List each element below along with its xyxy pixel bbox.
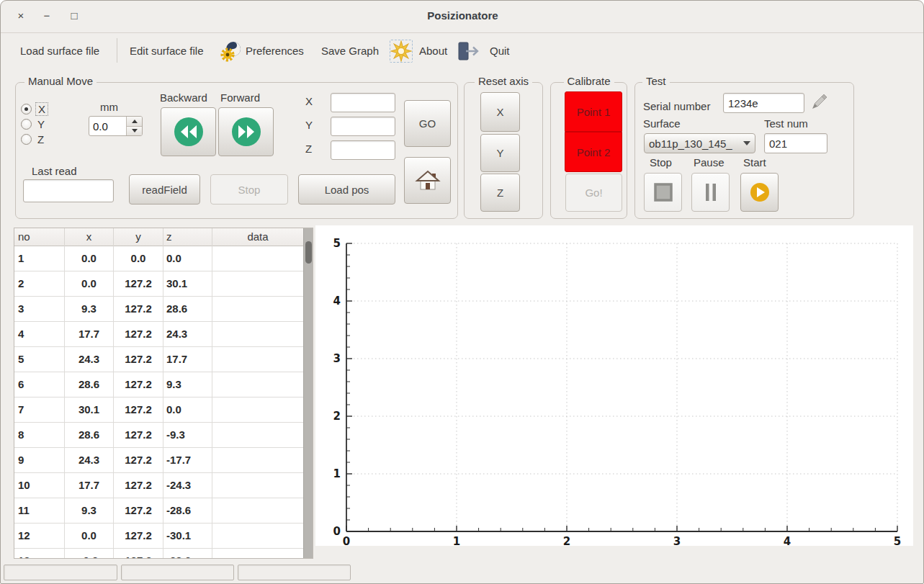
table-cell: [212, 448, 304, 473]
plot-ytick-label: 3: [333, 352, 341, 365]
table-cell: 127.2: [114, 524, 163, 549]
radio-circle[interactable]: [21, 134, 32, 145]
spin-up-icon[interactable]: [127, 117, 142, 127]
reset-y-button[interactable]: Y: [480, 134, 520, 172]
column-header-y[interactable]: y: [114, 228, 163, 246]
about-icon[interactable]: [390, 40, 413, 63]
preferences-icon[interactable]: [220, 40, 242, 62]
table-cell: [212, 423, 304, 448]
table-row[interactable]: 524.3127.217.7: [14, 347, 304, 372]
table-cell: -17.7: [163, 448, 212, 473]
table-cell: 5: [14, 347, 65, 372]
axis-radio-y[interactable]: Y: [21, 117, 45, 130]
test-stop-button[interactable]: [644, 173, 682, 212]
status-panel-2: [121, 565, 234, 580]
y-coord-field[interactable]: [331, 117, 395, 136]
forward-button[interactable]: [218, 107, 274, 156]
reset-z-button[interactable]: Z: [480, 174, 520, 212]
table-cell: 24.3: [65, 347, 114, 372]
save-graph-button[interactable]: Save Graph: [321, 40, 379, 62]
table-row[interactable]: 924.3127.2-17.7: [14, 448, 304, 473]
table-scrollbar-thumb[interactable]: [305, 241, 312, 264]
plot-xtick-label: 2: [563, 535, 570, 546]
mm-input[interactable]: [89, 117, 126, 135]
app-window: × − □ Posizionatore Load surface file Ed…: [0, 0, 924, 584]
table-cell: 127.2: [114, 397, 163, 423]
radio-circle[interactable]: [21, 119, 32, 130]
go-button[interactable]: GO: [404, 100, 451, 147]
calibrate-go-button[interactable]: Go!: [565, 174, 622, 212]
edit-serial-pencil-icon[interactable]: [808, 91, 828, 112]
plot-xtick-label: 1: [453, 535, 460, 546]
test-start-label: Start: [743, 156, 766, 169]
reset-axis-title: Reset axis: [475, 75, 532, 87]
table-cell: 127.2: [114, 448, 163, 473]
forward-label: Forward: [220, 91, 260, 104]
table-row[interactable]: 120.0127.2-30.1: [14, 524, 304, 549]
table-cell: 17.7: [163, 347, 212, 372]
table-cell: 24.3: [163, 322, 212, 347]
table-cell: 0.0: [114, 246, 163, 271]
load-pos-button[interactable]: Load pos: [298, 174, 395, 205]
radio-circle[interactable]: [21, 104, 32, 114]
table-row[interactable]: 13-9.3127.2-28.6: [14, 549, 304, 559]
manual-stop-button[interactable]: Stop: [210, 174, 288, 205]
column-header-x[interactable]: x: [65, 228, 114, 246]
table-row[interactable]: 730.1127.20.0: [14, 397, 304, 423]
table-cell: [212, 297, 304, 322]
table-row[interactable]: 417.7127.224.3: [14, 322, 304, 347]
table-cell: 30.1: [163, 271, 212, 297]
column-header-z[interactable]: z: [163, 228, 212, 246]
calibrate-point2-button[interactable]: Point 2: [565, 132, 622, 172]
calibrate-point1-button[interactable]: Point 1: [565, 91, 622, 132]
axis-radio-x[interactable]: X: [21, 102, 48, 115]
z-coord-field[interactable]: [331, 140, 395, 160]
read-field-button[interactable]: readField: [129, 174, 200, 205]
table-row[interactable]: 828.6127.2-9.3: [14, 423, 304, 448]
table-cell: -28.6: [163, 498, 212, 524]
backward-icon: [174, 117, 203, 146]
table-row[interactable]: 1017.7127.2-24.3: [14, 473, 304, 498]
test-num-field[interactable]: [764, 133, 827, 153]
quit-button[interactable]: Quit: [490, 40, 510, 62]
preferences-button[interactable]: Preferences: [246, 40, 304, 62]
table-row[interactable]: 628.6127.29.3: [14, 372, 304, 397]
load-surface-file-button[interactable]: Load surface file: [20, 40, 99, 62]
test-pause-button[interactable]: [691, 173, 730, 212]
last-read-label: Last read: [32, 165, 77, 177]
table-header-row: noxyzdata: [14, 228, 304, 246]
table-row[interactable]: 39.3127.228.6: [14, 297, 304, 322]
table-cell: 28.6: [65, 423, 114, 448]
table-cell: 28.6: [163, 297, 212, 322]
test-start-button[interactable]: [740, 173, 779, 212]
x-coord-field[interactable]: [331, 93, 395, 112]
table-cell: 6: [14, 372, 65, 397]
window-title: Posizionatore: [1, 9, 924, 22]
table-cell: [212, 322, 304, 347]
table-cell: [212, 524, 304, 549]
column-header-no[interactable]: no: [14, 228, 65, 246]
home-button[interactable]: [404, 157, 451, 204]
plot-xtick-label: 4: [784, 535, 791, 546]
last-read-field[interactable]: [23, 179, 114, 202]
surface-dropdown[interactable]: ob11p_130_145_: [644, 133, 755, 153]
table-row[interactable]: 119.3127.2-28.6: [14, 498, 304, 524]
table-row[interactable]: 20.0127.230.1: [14, 271, 304, 297]
table-scrollbar[interactable]: [303, 228, 313, 558]
mm-spinbox[interactable]: [89, 116, 143, 136]
table-cell: 127.2: [114, 322, 163, 347]
quit-icon[interactable]: [457, 40, 478, 62]
table-cell: -9.3: [65, 549, 114, 559]
axis-radio-z[interactable]: Z: [21, 132, 44, 145]
radio-label: Z: [37, 133, 44, 145]
about-button[interactable]: About: [419, 40, 447, 62]
test-num-label: Test num: [764, 117, 808, 130]
backward-button[interactable]: [161, 107, 216, 156]
reset-x-button[interactable]: X: [480, 92, 520, 132]
column-header-data[interactable]: data: [212, 228, 304, 246]
plot-ytick-label: 1: [333, 467, 341, 480]
spin-down-icon[interactable]: [127, 127, 142, 136]
edit-surface-file-button[interactable]: Edit surface file: [130, 40, 204, 62]
serial-number-field[interactable]: [723, 93, 804, 113]
table-row[interactable]: 10.00.00.0: [14, 246, 304, 271]
